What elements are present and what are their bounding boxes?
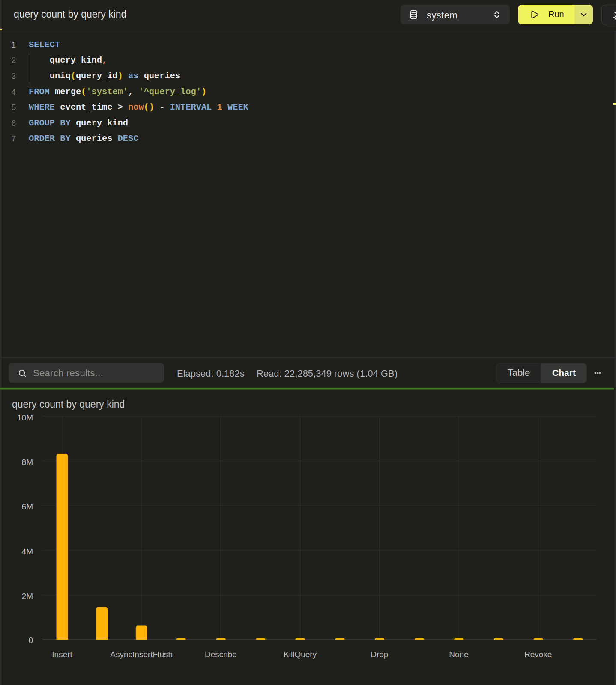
svg-text:None: None xyxy=(449,650,468,659)
svg-text:KillQuery: KillQuery xyxy=(284,650,317,659)
svg-text:2M: 2M xyxy=(22,592,33,601)
svg-text:Describe: Describe xyxy=(205,650,237,659)
svg-text:4M: 4M xyxy=(22,547,33,556)
svg-text:0: 0 xyxy=(28,636,33,645)
svg-text:8M: 8M xyxy=(22,458,33,467)
svg-text:6M: 6M xyxy=(22,502,33,511)
svg-text:AsyncInsertFlush: AsyncInsertFlush xyxy=(110,650,173,659)
svg-text:10M: 10M xyxy=(17,413,33,422)
svg-text:Revoke: Revoke xyxy=(524,650,552,659)
svg-text:query count by query kind: query count by query kind xyxy=(12,399,125,410)
svg-text:Insert: Insert xyxy=(52,650,72,659)
svg-text:Drop: Drop xyxy=(371,650,388,659)
